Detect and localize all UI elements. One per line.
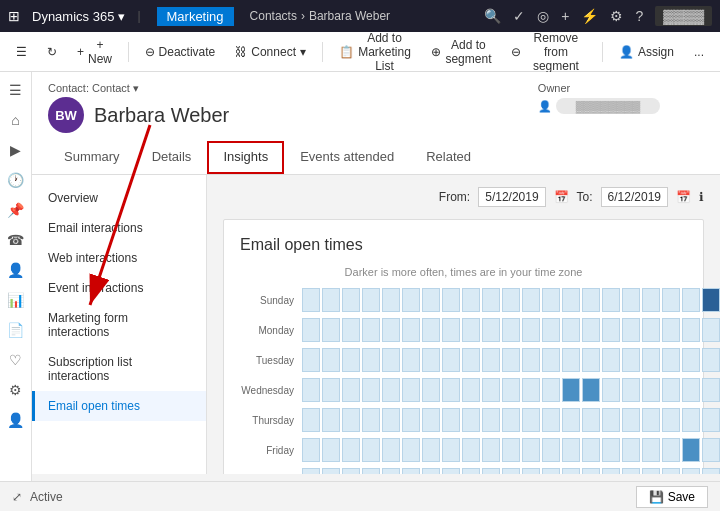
- expand-icon[interactable]: ⤢: [12, 490, 22, 504]
- cell-mon-19: [682, 318, 700, 342]
- cell-sun-2: [342, 288, 360, 312]
- save-icon: 💾: [649, 490, 664, 504]
- cell-sat-9: [482, 468, 500, 474]
- sidebar-icon-menu[interactable]: ☰: [2, 76, 30, 104]
- plus-icon[interactable]: +: [561, 8, 569, 24]
- cell-tue-6: [422, 348, 440, 372]
- grid-icon[interactable]: ⊞: [8, 8, 20, 24]
- more-button[interactable]: ...: [686, 41, 712, 63]
- new-label: + New: [88, 38, 112, 66]
- cell-tue-18: [662, 348, 680, 372]
- nav-event-interactions[interactable]: Event interactions: [32, 273, 206, 303]
- info-icon[interactable]: ℹ: [699, 190, 704, 204]
- from-value[interactable]: 5/12/2019: [478, 187, 545, 207]
- sidebar-icon-person[interactable]: 👤: [2, 256, 30, 284]
- cell-tue-7: [442, 348, 460, 372]
- from-label: From:: [439, 190, 470, 204]
- dropdown-icon[interactable]: ▾: [118, 9, 125, 24]
- cell-sat-15: [602, 468, 620, 474]
- remove-segment-button[interactable]: ⊖ Remove from segment: [503, 27, 594, 77]
- contact-type-dropdown[interactable]: ▾: [133, 82, 139, 94]
- nav-email-open-times[interactable]: Email open times: [32, 391, 206, 421]
- add-segment-button[interactable]: ⊕ Add to segment: [423, 34, 499, 70]
- heatmap-row-friday: Friday: [240, 436, 687, 464]
- nav-email-interactions[interactable]: Email interactions: [32, 213, 206, 243]
- cell-wed-17: [642, 378, 660, 402]
- sidebar-icon-heart[interactable]: ♡: [2, 346, 30, 374]
- cell-sat-17: [642, 468, 660, 474]
- assign-button[interactable]: 👤 Assign: [611, 41, 682, 63]
- calendar-to-icon[interactable]: 📅: [676, 190, 691, 204]
- tab-events-attended[interactable]: Events attended: [284, 141, 410, 174]
- tab-related[interactable]: Related: [410, 141, 487, 174]
- sidebar-icon-document[interactable]: 📄: [2, 316, 30, 344]
- contact-name: Barbara Weber: [94, 104, 229, 127]
- tab-details[interactable]: Details: [136, 141, 208, 174]
- connect-dropdown-icon[interactable]: ▾: [300, 45, 306, 59]
- add-marketing-list-button[interactable]: 📋 Add to Marketing List: [331, 27, 420, 77]
- cell-mon-18: [662, 318, 680, 342]
- cell-wed-18: [662, 378, 680, 402]
- avatar: BW: [48, 97, 84, 133]
- cell-fri-6: [422, 438, 440, 462]
- save-button[interactable]: 💾 Save: [636, 486, 708, 508]
- cell-tue-15: [602, 348, 620, 372]
- new-button[interactable]: + + New: [69, 34, 120, 70]
- cell-wed-1: [322, 378, 340, 402]
- to-value[interactable]: 6/12/2019: [601, 187, 668, 207]
- cell-fri-17: [642, 438, 660, 462]
- nav-web-interactions[interactable]: Web interactions: [32, 243, 206, 273]
- cell-thu-13: [562, 408, 580, 432]
- cell-sat-13: [562, 468, 580, 474]
- tab-insights[interactable]: Insights: [207, 141, 284, 174]
- connect-button[interactable]: ⛓ Connect ▾: [227, 41, 314, 63]
- day-label-monday: Monday: [240, 325, 300, 336]
- app-name[interactable]: Dynamics 365 ▾: [32, 9, 125, 24]
- refresh-button[interactable]: ↻: [39, 41, 65, 63]
- cell-mon-1: [322, 318, 340, 342]
- cell-fri-3: [362, 438, 380, 462]
- nav-marketing-form-interactions[interactable]: Marketing form interactions: [32, 303, 206, 347]
- filter-icon[interactable]: ⚡: [581, 8, 598, 24]
- cell-tue-12: [542, 348, 560, 372]
- menu-toggle-button[interactable]: ☰: [8, 41, 35, 63]
- search-icon[interactable]: 🔍: [484, 8, 501, 24]
- new-icon: +: [77, 45, 84, 59]
- module-name[interactable]: Marketing: [157, 7, 234, 26]
- deactivate-icon: ⊖: [145, 45, 155, 59]
- cell-sun-6: [422, 288, 440, 312]
- sidebar-icon-forward[interactable]: ▶: [2, 136, 30, 164]
- sidebar-icon-chart[interactable]: 📊: [2, 286, 30, 314]
- insights-nav: Overview Email interactions Web interact…: [32, 175, 207, 474]
- calendar-from-icon[interactable]: 📅: [554, 190, 569, 204]
- nav-overview[interactable]: Overview: [32, 183, 206, 213]
- deactivate-button[interactable]: ⊖ Deactivate: [137, 41, 224, 63]
- date-filter: From: 5/12/2019 📅 To: 6/12/2019 📅 ℹ: [223, 187, 704, 207]
- user-badge[interactable]: ▓▓▓▓: [655, 6, 712, 26]
- nav-subscription-list-interactions[interactable]: Subscription list interactions: [32, 347, 206, 391]
- app-title-text: Dynamics 365: [32, 9, 114, 24]
- cell-thu-3: [362, 408, 380, 432]
- tab-summary[interactable]: Summary: [48, 141, 136, 174]
- contact-type-text: Contact: Contact: [48, 82, 130, 94]
- heatmap-row-saturday: Saturday: [240, 466, 687, 474]
- help-icon[interactable]: ?: [635, 8, 643, 24]
- checkmark-icon[interactable]: ✓: [513, 8, 525, 24]
- sidebar-icon-settings[interactable]: ⚙: [2, 376, 30, 404]
- cell-thu-6: [422, 408, 440, 432]
- day-label-friday: Friday: [240, 445, 300, 456]
- cell-sun-8: [462, 288, 480, 312]
- cell-mon-4: [382, 318, 400, 342]
- cell-sat-12: [542, 468, 560, 474]
- cell-mon-2: [342, 318, 360, 342]
- breadcrumb-contacts[interactable]: Contacts: [250, 9, 297, 23]
- sidebar-icon-pin[interactable]: 📌: [2, 196, 30, 224]
- cell-fri-14: [582, 438, 600, 462]
- sidebar-icon-user[interactable]: 👤: [2, 406, 30, 434]
- sidebar-icon-recent[interactable]: 🕐: [2, 166, 30, 194]
- sidebar-icon-phone[interactable]: ☎: [2, 226, 30, 254]
- heatmap-row-monday: Monday: [240, 316, 687, 344]
- settings-icon[interactable]: ⚙: [610, 8, 623, 24]
- sidebar-icon-home[interactable]: ⌂: [2, 106, 30, 134]
- location-icon[interactable]: ◎: [537, 8, 549, 24]
